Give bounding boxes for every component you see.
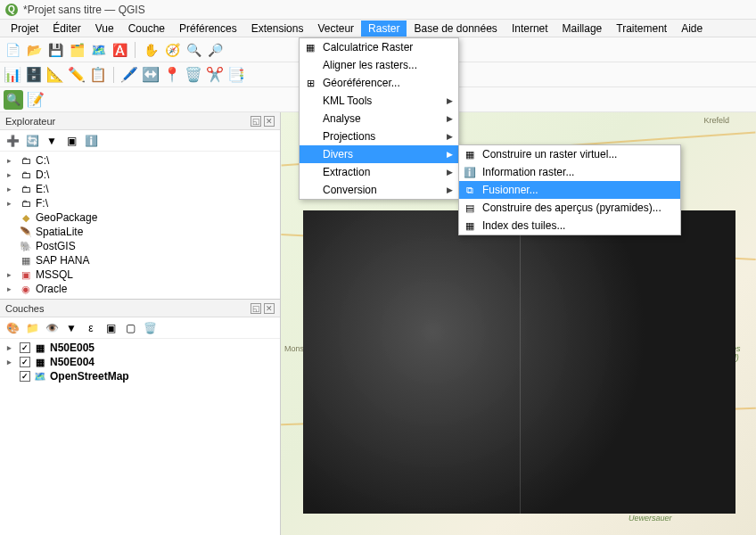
map-label-krefeld: Krefeld bbox=[703, 116, 729, 125]
title-bar: Q *Projet sans titre — QGIS bbox=[0, 0, 756, 20]
menu-aide[interactable]: Aide bbox=[674, 21, 710, 37]
raster-overlay bbox=[303, 210, 735, 514]
menu-item-projections[interactable]: Projections▶ bbox=[300, 128, 458, 145]
save-project-icon[interactable]: 💾 bbox=[46, 41, 64, 59]
remove-layer-icon[interactable]: 🗑️ bbox=[143, 321, 157, 335]
locator-search-icon[interactable]: 🔍 bbox=[4, 90, 23, 110]
menu-extensions[interactable]: Extensions bbox=[244, 21, 311, 37]
explorer-item-geopackage: ◆GeoPackage bbox=[4, 210, 276, 225]
menu-item-analyse[interactable]: Analyse▶ bbox=[300, 110, 458, 128]
expand-all-icon[interactable]: ▣ bbox=[103, 321, 118, 335]
pan-to-selection-icon[interactable]: 🧭 bbox=[163, 41, 181, 59]
explorer-item-c: ▸🗀C:\ bbox=[4, 153, 276, 168]
collapse-all-icon[interactable]: ▣ bbox=[64, 134, 78, 148]
layers-tree[interactable]: ▸✓▦N50E005 ▸✓▦N50E004 ✓🗺️OpenStreetMap bbox=[0, 339, 280, 535]
menu-bar: Projet Éditer Vue Couche Préférences Ext… bbox=[0, 20, 756, 37]
show-layout-manager-icon[interactable]: 🗺️ bbox=[89, 41, 107, 59]
explorer-panel: Explorateur ◱ ✕ ➕ 🔄 ▼ ▣ ℹ️ ▸🗀C:\ ▸🗀D:\ ▸… bbox=[0, 112, 280, 300]
menu-internet[interactable]: Internet bbox=[505, 21, 555, 37]
refresh-icon[interactable]: 🔄 bbox=[25, 134, 39, 148]
new-project-icon[interactable]: 📄 bbox=[4, 41, 21, 59]
toolbar-separator bbox=[113, 67, 114, 83]
menu-preferences[interactable]: Préférences bbox=[172, 21, 244, 37]
add-layer-icon[interactable]: ➕ bbox=[5, 134, 20, 148]
zoom-in-icon[interactable]: 🔍 bbox=[185, 41, 202, 59]
style-manager-icon[interactable]: 🅰️ bbox=[111, 41, 128, 59]
pan-icon[interactable]: ✋ bbox=[142, 41, 160, 59]
add-feature-icon[interactable]: 🖊️ bbox=[120, 66, 138, 83]
new-print-layout-icon[interactable]: 🗂️ bbox=[68, 41, 86, 59]
explorer-item-spatialite: 🪶SpatiaLite bbox=[4, 225, 276, 239]
menu-projet[interactable]: Projet bbox=[4, 21, 45, 37]
menu-raster[interactable]: Raster bbox=[361, 21, 407, 37]
menu-item-calculatrice-raster[interactable]: ▦Calculatrice Raster bbox=[300, 38, 458, 56]
manage-visibility-icon[interactable]: 👁️ bbox=[45, 321, 59, 335]
submenu-item-construire-apercus[interactable]: ▤Construire des aperçus (pyramides)... bbox=[459, 199, 680, 217]
menu-editer[interactable]: Éditer bbox=[45, 21, 87, 37]
save-edits-icon[interactable]: 📋 bbox=[89, 66, 107, 83]
close-panel-icon[interactable]: ✕ bbox=[264, 116, 275, 127]
properties-icon[interactable]: ℹ️ bbox=[84, 134, 98, 148]
explorer-item-f: ▸🗀F:\ bbox=[4, 196, 276, 210]
undock-icon[interactable]: ◱ bbox=[251, 116, 261, 127]
layer-openstreetmap: ✓🗺️OpenStreetMap bbox=[4, 369, 276, 383]
close-panel-icon[interactable]: ✕ bbox=[264, 303, 275, 314]
explorer-item-postgis: 🐘PostGIS bbox=[4, 239, 276, 253]
quick-osm-icon[interactable]: 📝 bbox=[27, 91, 45, 108]
menu-couche[interactable]: Couche bbox=[121, 21, 172, 37]
menu-item-extraction[interactable]: Extraction▶ bbox=[300, 163, 458, 181]
toggle-editing-icon[interactable]: ✏️ bbox=[68, 66, 86, 83]
add-vector-icon[interactable]: 📊 bbox=[4, 66, 21, 83]
submenu-item-index-tuiles[interactable]: ▦Index des tuiles... bbox=[459, 217, 680, 235]
divers-submenu: ▦Construire un raster virtuel... ℹ️Infor… bbox=[458, 144, 681, 235]
filter-legend-icon[interactable]: ▼ bbox=[64, 321, 78, 335]
menu-item-conversion[interactable]: Conversion▶ bbox=[300, 181, 458, 199]
explorer-header: Explorateur ◱ ✕ bbox=[0, 112, 280, 130]
move-feature-icon[interactable]: ↔️ bbox=[142, 66, 160, 83]
raster-menu-dropdown: ▦Calculatrice Raster Aligner les rasters… bbox=[299, 37, 459, 200]
layer-checkbox[interactable]: ✓ bbox=[20, 357, 30, 367]
layer-n50e004: ▸✓▦N50E004 bbox=[4, 355, 276, 369]
menu-traitement[interactable]: Traitement bbox=[609, 21, 674, 37]
layers-panel: Couches ◱ ✕ 🎨 📁 👁️ ▼ ε ▣ ▢ 🗑️ ▸✓▦N50E005… bbox=[0, 300, 280, 535]
layer-checkbox[interactable]: ✓ bbox=[20, 342, 30, 353]
qgis-logo-icon: Q bbox=[5, 4, 18, 16]
cut-features-icon[interactable]: ✂️ bbox=[206, 66, 224, 83]
explorer-item-mssql: ▸▣MSSQL bbox=[4, 268, 276, 282]
style-icon[interactable]: 🎨 bbox=[5, 321, 20, 335]
menu-maillage[interactable]: Maillage bbox=[555, 21, 610, 37]
map-label-mons: Mons bbox=[284, 344, 304, 353]
copy-features-icon[interactable]: 📑 bbox=[227, 66, 245, 83]
undock-icon[interactable]: ◱ bbox=[251, 303, 261, 314]
menu-item-aligner-rasters[interactable]: Aligner les rasters... bbox=[300, 56, 458, 74]
menu-item-kml-tools[interactable]: KML Tools▶ bbox=[300, 92, 458, 110]
node-tool-icon[interactable]: 📍 bbox=[163, 66, 181, 83]
zoom-out-icon[interactable]: 🔎 bbox=[206, 41, 224, 59]
expression-filter-icon[interactable]: ε bbox=[84, 321, 98, 335]
layers-toolbar: 🎨 📁 👁️ ▼ ε ▣ ▢ 🗑️ bbox=[0, 317, 280, 339]
menu-vue[interactable]: Vue bbox=[88, 21, 121, 37]
open-project-icon[interactable]: 📂 bbox=[25, 41, 43, 59]
collapse-all-layers-icon[interactable]: ▢ bbox=[123, 321, 137, 335]
submenu-item-fusionner[interactable]: ⧉Fusionner... bbox=[459, 181, 680, 199]
menu-vecteur[interactable]: Vecteur bbox=[310, 21, 361, 37]
left-dock: Explorateur ◱ ✕ ➕ 🔄 ▼ ▣ ℹ️ ▸🗀C:\ ▸🗀D:\ ▸… bbox=[0, 112, 281, 535]
layer-checkbox[interactable]: ✓ bbox=[20, 371, 30, 382]
explorer-item-e: ▸🗀E:\ bbox=[4, 182, 276, 196]
menu-item-divers[interactable]: Divers▶ bbox=[300, 145, 458, 163]
menu-item-georeferencer[interactable]: ⊞Géoréférencer... bbox=[300, 74, 458, 92]
explorer-tree[interactable]: ▸🗀C:\ ▸🗀D:\ ▸🗀E:\ ▸🗀F:\ ◆GeoPackage 🪶Spa… bbox=[0, 152, 280, 299]
new-shapefile-icon[interactable]: 📐 bbox=[46, 66, 64, 83]
submenu-item-construire-raster-virtuel[interactable]: ▦Construire un raster virtuel... bbox=[459, 145, 680, 163]
add-group-icon[interactable]: 📁 bbox=[25, 321, 39, 335]
delete-selected-icon[interactable]: 🗑️ bbox=[185, 66, 202, 83]
window-title: *Projet sans titre — QGIS bbox=[23, 4, 145, 16]
add-raster-icon[interactable]: 🗄️ bbox=[25, 66, 43, 83]
explorer-title: Explorateur bbox=[5, 116, 55, 127]
explorer-item-saphana: ▦SAP HANA bbox=[4, 253, 276, 268]
menu-base-de-donnees[interactable]: Base de données bbox=[407, 21, 504, 37]
submenu-item-information-raster[interactable]: ℹ️Information raster... bbox=[459, 163, 680, 181]
layer-n50e005: ▸✓▦N50E005 bbox=[4, 341, 276, 355]
filter-icon[interactable]: ▼ bbox=[45, 134, 59, 148]
layers-title: Couches bbox=[5, 303, 44, 314]
